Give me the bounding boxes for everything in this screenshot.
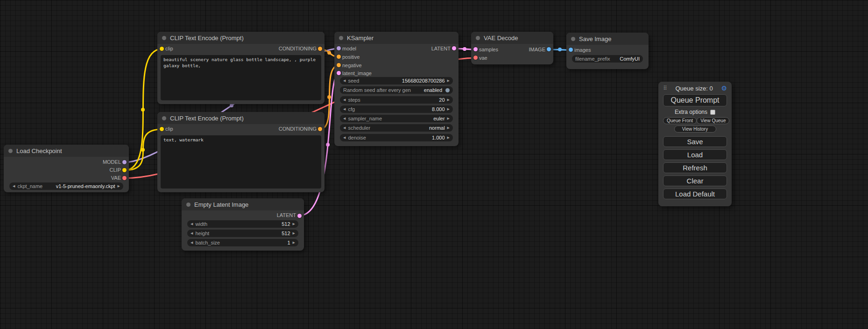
input-port-samples[interactable] xyxy=(473,47,478,51)
wire-midpoint-dot[interactable] xyxy=(326,143,330,147)
wire-midpoint-dot[interactable] xyxy=(327,95,331,99)
node-title-bar[interactable]: Save Image xyxy=(566,33,649,45)
decrement-arrow-icon[interactable]: ◀ xyxy=(343,96,346,104)
widget-cfg[interactable]: ◀ cfg 8.000 ▶ xyxy=(340,105,453,113)
increment-arrow-icon[interactable]: ▶ xyxy=(118,182,120,190)
input-port-clip[interactable] xyxy=(160,127,164,131)
output-port-conditioning[interactable] xyxy=(318,127,322,131)
increment-arrow-icon[interactable]: ▶ xyxy=(447,115,450,122)
decrement-arrow-icon[interactable]: ◀ xyxy=(343,124,346,132)
increment-arrow-icon[interactable]: ▶ xyxy=(447,77,450,84)
decrement-arrow-icon[interactable]: ◀ xyxy=(343,115,346,122)
widget-filename-prefix[interactable]: filename_prefix ComfyUI xyxy=(572,55,643,63)
wire-midpoint-dot[interactable] xyxy=(141,148,145,152)
widget-steps[interactable]: ◀ steps 20 ▶ xyxy=(340,96,453,104)
increment-arrow-icon[interactable]: ▶ xyxy=(447,105,450,113)
input-port-negative[interactable] xyxy=(337,63,341,67)
widget-sampler-name[interactable]: ◀ sampler_name euler ▶ xyxy=(340,115,453,122)
refresh-button[interactable]: Refresh xyxy=(663,162,727,173)
widget-value: 1 xyxy=(287,239,290,246)
widget-label: height xyxy=(195,230,209,237)
input-port-model[interactable] xyxy=(337,46,341,50)
queue-pill-row: Queue Front View Queue xyxy=(663,117,727,124)
decrement-arrow-icon[interactable]: ◀ xyxy=(191,239,193,246)
node-title: Save Image xyxy=(579,35,611,42)
increment-arrow-icon[interactable]: ▶ xyxy=(447,124,450,132)
increment-arrow-icon[interactable]: ▶ xyxy=(293,230,295,237)
widget-random-seed-toggle[interactable]: Random seed after every gen enabled xyxy=(340,86,453,94)
output-port-model[interactable] xyxy=(122,160,127,164)
history-pill-row: View History xyxy=(663,126,727,133)
node-clip-text-encode-positive[interactable]: CLIP Text Encode (Prompt) clip CONDITION… xyxy=(157,32,325,104)
increment-arrow-icon[interactable]: ▶ xyxy=(293,220,295,228)
decrement-arrow-icon[interactable]: ◀ xyxy=(343,105,346,113)
decrement-arrow-icon[interactable]: ◀ xyxy=(191,220,193,228)
prompt-text-widget[interactable]: beautiful scenery nature glass bottle la… xyxy=(161,55,321,100)
node-save-image[interactable]: Save Image images filename_prefix ComfyU… xyxy=(566,33,649,69)
output-slot-label-clip: CLIP xyxy=(110,167,121,173)
output-port-latent[interactable] xyxy=(452,46,456,50)
wire-midpoint-dot[interactable] xyxy=(141,108,145,112)
load-default-button[interactable]: Load Default xyxy=(663,189,727,199)
queue-front-button[interactable]: Queue Front xyxy=(663,117,697,124)
widget-ckpt-name[interactable]: ◀ ckpt_name v1-5-pruned-emaonly.ckpt ▶ xyxy=(9,182,123,190)
decrement-arrow-icon[interactable]: ◀ xyxy=(13,182,15,190)
load-button[interactable]: Load xyxy=(663,149,727,160)
input-port-vae[interactable] xyxy=(473,56,478,60)
toggle-knob-icon[interactable] xyxy=(445,88,450,92)
decrement-arrow-icon[interactable]: ◀ xyxy=(191,230,193,237)
increment-arrow-icon[interactable]: ▶ xyxy=(447,134,450,141)
clear-button[interactable]: Clear xyxy=(663,175,727,186)
node-title-bar[interactable]: CLIP Text Encode (Prompt) xyxy=(157,112,325,124)
input-port-positive[interactable] xyxy=(337,55,341,59)
node-title-bar[interactable]: VAE Decode xyxy=(471,32,553,44)
wire-midpoint-dot[interactable] xyxy=(463,47,466,51)
node-empty-latent-image[interactable]: Empty Latent Image LATENT ◀ width 512 ▶ … xyxy=(182,198,304,251)
increment-arrow-icon[interactable]: ▶ xyxy=(447,96,450,104)
node-vae-decode[interactable]: VAE Decode samples vae IMAGE xyxy=(471,32,553,64)
wire-midpoint-dot[interactable] xyxy=(327,51,331,55)
node-title-bar[interactable]: CLIP Text Encode (Prompt) xyxy=(157,32,325,44)
queue-prompt-button[interactable]: Queue Prompt xyxy=(663,94,727,106)
node-clip-text-encode-negative[interactable]: CLIP Text Encode (Prompt) clip CONDITION… xyxy=(157,112,325,192)
input-port-latent-image[interactable] xyxy=(337,71,341,75)
widget-seed[interactable]: ◀ seed 156680208700286 ▶ xyxy=(340,77,453,84)
view-history-button[interactable]: View History xyxy=(674,126,716,133)
increment-arrow-icon[interactable]: ▶ xyxy=(293,239,295,246)
widget-height[interactable]: ◀ height 512 ▶ xyxy=(187,230,298,237)
drag-handle-icon[interactable]: ⠿ xyxy=(663,85,667,91)
comfyui-canvas[interactable]: Load Checkpoint MODEL CLIP VAE ◀ ckpt_na… xyxy=(0,0,868,329)
output-port-image[interactable] xyxy=(547,47,551,51)
node-ksampler[interactable]: KSampler model positive negative latent_… xyxy=(334,32,459,146)
comfy-menu-panel[interactable]: ⠿ Queue size: 0 ⚙ Queue Prompt Extra opt… xyxy=(658,82,732,206)
widget-value: 1.000 xyxy=(432,134,445,141)
widget-value: enabled xyxy=(424,86,442,94)
output-port-vae[interactable] xyxy=(122,176,127,180)
node-title: Load Checkpoint xyxy=(16,147,62,154)
widget-scheduler[interactable]: ◀ scheduler normal ▶ xyxy=(340,124,453,132)
save-button[interactable]: Save xyxy=(663,136,727,147)
node-title: KSampler xyxy=(347,35,374,42)
widget-batch-size[interactable]: ◀ batch_size 1 ▶ xyxy=(187,239,298,246)
input-port-images[interactable] xyxy=(569,48,573,52)
node-status-dot-icon xyxy=(339,36,343,40)
node-load-checkpoint[interactable]: Load Checkpoint MODEL CLIP VAE ◀ ckpt_na… xyxy=(4,145,129,192)
widget-denoise[interactable]: ◀ denoise 1.000 ▶ xyxy=(340,134,453,141)
node-title-bar[interactable]: KSampler xyxy=(334,32,459,44)
extra-options-checkbox[interactable] xyxy=(710,110,715,115)
decrement-arrow-icon[interactable]: ◀ xyxy=(343,77,346,84)
output-port-latent[interactable] xyxy=(297,214,302,218)
settings-gear-icon[interactable]: ⚙ xyxy=(721,84,727,92)
input-port-clip[interactable] xyxy=(160,47,164,51)
output-port-clip[interactable] xyxy=(122,168,127,172)
output-port-conditioning[interactable] xyxy=(318,47,322,51)
decrement-arrow-icon[interactable]: ◀ xyxy=(343,134,346,141)
input-slot-label-vae: vae xyxy=(479,55,487,61)
view-queue-button[interactable]: View Queue xyxy=(697,117,729,124)
prompt-text-widget[interactable]: text, watermark xyxy=(161,135,321,189)
node-title-bar[interactable]: Load Checkpoint xyxy=(4,145,129,157)
node-title-bar[interactable]: Empty Latent Image xyxy=(182,198,304,210)
wire-midpoint-dot[interactable] xyxy=(558,48,562,51)
wire-midpoint-dot[interactable] xyxy=(230,104,233,107)
widget-width[interactable]: ◀ width 512 ▶ xyxy=(187,220,298,228)
